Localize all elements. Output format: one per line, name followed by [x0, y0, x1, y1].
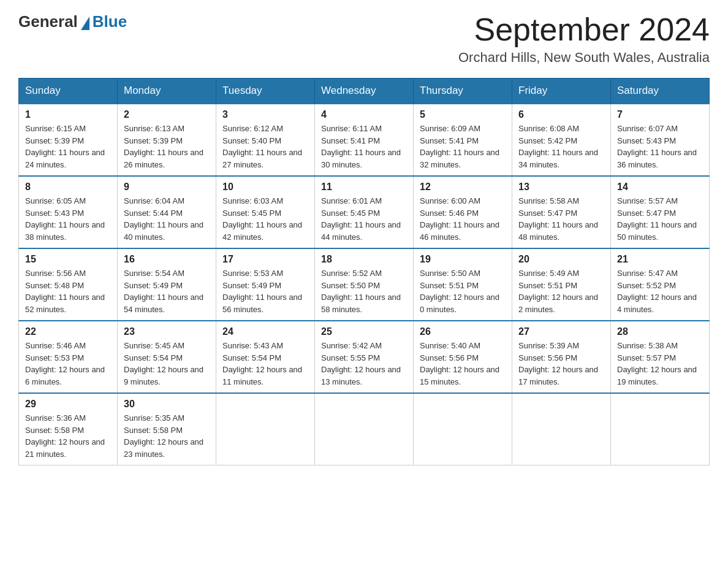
day-number: 25 [321, 326, 407, 337]
calendar-header-row: SundayMondayTuesdayWednesdayThursdayFrid… [19, 79, 710, 104]
day-info: Sunrise: 6:13 AMSunset: 5:39 PMDaylight:… [124, 123, 210, 170]
calendar-cell: 3Sunrise: 6:12 AMSunset: 5:40 PMDaylight… [216, 104, 315, 176]
calendar-cell: 20Sunrise: 5:49 AMSunset: 5:51 PMDayligh… [512, 248, 611, 321]
calendar-cell: 10Sunrise: 6:03 AMSunset: 5:45 PMDayligh… [216, 176, 315, 248]
day-info: Sunrise: 5:39 AMSunset: 5:56 PMDaylight:… [518, 340, 604, 388]
day-info: Sunrise: 5:46 AMSunset: 5:53 PMDaylight:… [25, 340, 111, 388]
week-row-5: 29Sunrise: 5:36 AMSunset: 5:58 PMDayligh… [19, 393, 710, 465]
day-info: Sunrise: 6:07 AMSunset: 5:43 PMDaylight:… [617, 123, 703, 170]
day-number: 15 [25, 254, 111, 265]
calendar-header-wednesday: Wednesday [315, 79, 414, 104]
day-info: Sunrise: 5:47 AMSunset: 5:52 PMDaylight:… [617, 267, 703, 315]
day-number: 2 [124, 109, 210, 120]
day-info: Sunrise: 6:03 AMSunset: 5:45 PMDaylight:… [222, 195, 308, 243]
calendar-header-saturday: Saturday [611, 79, 710, 104]
day-number: 18 [321, 254, 407, 265]
day-info: Sunrise: 5:56 AMSunset: 5:48 PMDaylight:… [25, 267, 111, 315]
day-info: Sunrise: 5:35 AMSunset: 5:58 PMDaylight:… [124, 412, 210, 460]
day-info: Sunrise: 6:05 AMSunset: 5:43 PMDaylight:… [25, 195, 111, 243]
calendar-cell: 9Sunrise: 6:04 AMSunset: 5:44 PMDaylight… [118, 176, 216, 248]
day-number: 21 [617, 254, 703, 265]
day-number: 3 [222, 109, 308, 120]
calendar-cell: 16Sunrise: 5:54 AMSunset: 5:49 PMDayligh… [118, 248, 216, 321]
day-number: 1 [25, 109, 111, 120]
calendar-cell: 15Sunrise: 5:56 AMSunset: 5:48 PMDayligh… [19, 248, 118, 321]
day-info: Sunrise: 5:57 AMSunset: 5:47 PMDaylight:… [617, 195, 703, 243]
logo-triangle-icon [81, 17, 89, 30]
day-number: 16 [124, 254, 210, 265]
page-header: General Blue September 2024 Orchard Hill… [18, 12, 710, 66]
day-number: 27 [518, 326, 604, 337]
calendar-cell: 29Sunrise: 5:36 AMSunset: 5:58 PMDayligh… [19, 393, 118, 465]
calendar-cell [414, 393, 512, 465]
day-number: 14 [617, 182, 703, 193]
calendar-cell: 12Sunrise: 6:00 AMSunset: 5:46 PMDayligh… [414, 176, 512, 248]
day-number: 17 [222, 254, 308, 265]
week-row-4: 22Sunrise: 5:46 AMSunset: 5:53 PMDayligh… [19, 321, 710, 393]
day-info: Sunrise: 6:01 AMSunset: 5:45 PMDaylight:… [321, 195, 407, 243]
week-row-1: 1Sunrise: 6:15 AMSunset: 5:39 PMDaylight… [19, 104, 710, 176]
calendar-cell: 6Sunrise: 6:08 AMSunset: 5:42 PMDaylight… [512, 104, 611, 176]
calendar-cell: 5Sunrise: 6:09 AMSunset: 5:41 PMDaylight… [414, 104, 512, 176]
calendar-cell [512, 393, 611, 465]
day-info: Sunrise: 6:15 AMSunset: 5:39 PMDaylight:… [25, 123, 111, 170]
calendar-cell: 2Sunrise: 6:13 AMSunset: 5:39 PMDaylight… [118, 104, 216, 176]
day-info: Sunrise: 6:09 AMSunset: 5:41 PMDaylight:… [420, 123, 506, 170]
day-number: 5 [420, 109, 506, 120]
calendar-cell: 1Sunrise: 6:15 AMSunset: 5:39 PMDaylight… [19, 104, 118, 176]
day-info: Sunrise: 5:58 AMSunset: 5:47 PMDaylight:… [518, 195, 604, 243]
day-number: 19 [420, 254, 506, 265]
calendar-header-friday: Friday [512, 79, 611, 104]
calendar-cell: 4Sunrise: 6:11 AMSunset: 5:41 PMDaylight… [315, 104, 414, 176]
calendar-subtitle: Orchard Hills, New South Wales, Australi… [458, 50, 710, 66]
day-info: Sunrise: 5:53 AMSunset: 5:49 PMDaylight:… [222, 267, 308, 315]
calendar-cell: 7Sunrise: 6:07 AMSunset: 5:43 PMDaylight… [611, 104, 710, 176]
calendar-table: SundayMondayTuesdayWednesdayThursdayFrid… [18, 78, 710, 465]
calendar-cell: 17Sunrise: 5:53 AMSunset: 5:49 PMDayligh… [216, 248, 315, 321]
day-info: Sunrise: 5:50 AMSunset: 5:51 PMDaylight:… [420, 267, 506, 315]
day-info: Sunrise: 6:08 AMSunset: 5:42 PMDaylight:… [518, 123, 604, 170]
calendar-cell [611, 393, 710, 465]
calendar-header-tuesday: Tuesday [216, 79, 315, 104]
calendar-title: September 2024 [458, 12, 710, 47]
day-info: Sunrise: 6:04 AMSunset: 5:44 PMDaylight:… [124, 195, 210, 243]
day-number: 9 [124, 182, 210, 193]
calendar-cell: 13Sunrise: 5:58 AMSunset: 5:47 PMDayligh… [512, 176, 611, 248]
day-info: Sunrise: 6:11 AMSunset: 5:41 PMDaylight:… [321, 123, 407, 170]
calendar-cell: 27Sunrise: 5:39 AMSunset: 5:56 PMDayligh… [512, 321, 611, 393]
day-number: 28 [617, 326, 703, 337]
day-info: Sunrise: 6:12 AMSunset: 5:40 PMDaylight:… [222, 123, 308, 170]
day-number: 26 [420, 326, 506, 337]
day-info: Sunrise: 5:36 AMSunset: 5:58 PMDaylight:… [25, 412, 111, 460]
calendar-cell: 18Sunrise: 5:52 AMSunset: 5:50 PMDayligh… [315, 248, 414, 321]
week-row-2: 8Sunrise: 6:05 AMSunset: 5:43 PMDaylight… [19, 176, 710, 248]
day-info: Sunrise: 5:42 AMSunset: 5:55 PMDaylight:… [321, 340, 407, 388]
calendar-cell: 21Sunrise: 5:47 AMSunset: 5:52 PMDayligh… [611, 248, 710, 321]
calendar-cell [216, 393, 315, 465]
day-number: 4 [321, 109, 407, 120]
calendar-cell: 11Sunrise: 6:01 AMSunset: 5:45 PMDayligh… [315, 176, 414, 248]
calendar-cell: 28Sunrise: 5:38 AMSunset: 5:57 PMDayligh… [611, 321, 710, 393]
day-number: 8 [25, 182, 111, 193]
day-info: Sunrise: 5:40 AMSunset: 5:56 PMDaylight:… [420, 340, 506, 388]
day-number: 11 [321, 182, 407, 193]
day-number: 30 [124, 399, 210, 410]
day-number: 29 [25, 399, 111, 410]
day-number: 12 [420, 182, 506, 193]
calendar-cell: 26Sunrise: 5:40 AMSunset: 5:56 PMDayligh… [414, 321, 512, 393]
calendar-cell [315, 393, 414, 465]
calendar-cell: 23Sunrise: 5:45 AMSunset: 5:54 PMDayligh… [118, 321, 216, 393]
day-info: Sunrise: 6:00 AMSunset: 5:46 PMDaylight:… [420, 195, 506, 243]
calendar-cell: 30Sunrise: 5:35 AMSunset: 5:58 PMDayligh… [118, 393, 216, 465]
calendar-cell: 24Sunrise: 5:43 AMSunset: 5:54 PMDayligh… [216, 321, 315, 393]
calendar-header-monday: Monday [118, 79, 216, 104]
day-info: Sunrise: 5:49 AMSunset: 5:51 PMDaylight:… [518, 267, 604, 315]
calendar-cell: 22Sunrise: 5:46 AMSunset: 5:53 PMDayligh… [19, 321, 118, 393]
day-number: 10 [222, 182, 308, 193]
day-number: 22 [25, 326, 111, 337]
calendar-cell: 19Sunrise: 5:50 AMSunset: 5:51 PMDayligh… [414, 248, 512, 321]
day-info: Sunrise: 5:43 AMSunset: 5:54 PMDaylight:… [222, 340, 308, 388]
week-row-3: 15Sunrise: 5:56 AMSunset: 5:48 PMDayligh… [19, 248, 710, 321]
day-info: Sunrise: 5:52 AMSunset: 5:50 PMDaylight:… [321, 267, 407, 315]
day-number: 20 [518, 254, 604, 265]
